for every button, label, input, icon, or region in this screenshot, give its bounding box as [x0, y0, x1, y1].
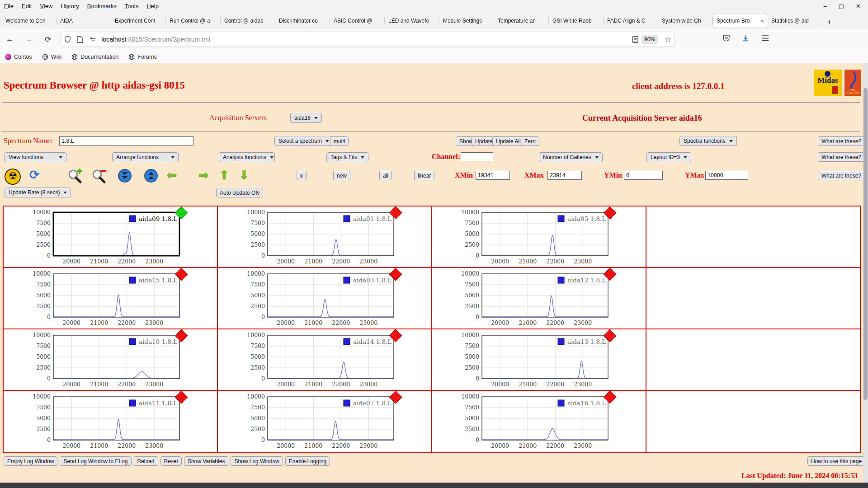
spectrum-cell-aida01[interactable]: 02500500075001000020000210002200023000ai…	[218, 206, 432, 268]
analysis-functions-select[interactable]: Analysis functions	[219, 152, 275, 162]
layout-id-select[interactable]: Layout ID=3	[646, 152, 691, 162]
new-button[interactable]: new	[333, 171, 350, 180]
spectrum-name-input[interactable]	[59, 136, 193, 145]
spectra-functions-select[interactable]: Spectra functions	[679, 136, 737, 146]
scrollbar-thumb[interactable]	[863, 88, 868, 400]
pocket-icon[interactable]	[717, 34, 736, 44]
tab-module-settings[interactable]: Module Settings	[439, 14, 494, 28]
show-variables[interactable]: Show Variables	[184, 456, 229, 466]
spectrum-chart-aida10[interactable]: 02500500075001000020000210002200023000ai…	[4, 329, 217, 390]
tags-fits-select[interactable]: Tags & Fits	[326, 152, 368, 162]
menu-edit[interactable]: Edit	[18, 3, 36, 9]
zoom-in-icon[interactable]	[66, 168, 83, 184]
reload[interactable]: Reload	[134, 456, 158, 466]
auto-update-button[interactable]: Auto Update ON	[216, 188, 263, 197]
arrange-functions-select[interactable]: Arrange functions	[112, 152, 179, 162]
enable-logging[interactable]: Enable Logging	[285, 456, 330, 466]
new-tab-button[interactable]: +	[822, 18, 836, 29]
spectrum-cell-aida11[interactable]: 02500500075001000020000210002200023000ai…	[4, 391, 218, 452]
radiation-icon[interactable]: ☢	[5, 169, 21, 185]
menu-bookmarks[interactable]: Bookmarks	[83, 3, 121, 9]
spectrum-cell-aida16[interactable]: 02500500075001000020000210002200023000ai…	[432, 391, 646, 452]
menu-help[interactable]: Help	[142, 3, 163, 9]
tab-temperature-an[interactable]: Temperature an	[494, 14, 549, 28]
tab-welcome-to-cen[interactable]: Welcome to Cen	[2, 14, 57, 28]
window-close-button[interactable]: ✕	[856, 3, 861, 9]
what-are-these-button-3[interactable]: What are these?	[818, 171, 865, 180]
spectrum-cell-aida10[interactable]: 02500500075001000020000210002200023000ai…	[4, 329, 218, 391]
reset[interactable]: Reset	[160, 456, 182, 466]
bookmark-documentation[interactable]: Documentation	[66, 54, 123, 60]
collapse-down-icon[interactable]	[118, 169, 132, 183]
tab-discriminator-co[interactable]: Discriminator co	[275, 14, 330, 28]
tab-gsi-white-rabb[interactable]: GSI White Rabb	[549, 14, 604, 28]
bookmark-star-icon[interactable]: ☆	[665, 35, 671, 44]
spectrum-chart-aida13[interactable]: 02500500075001000020000210002200023000ai…	[432, 329, 646, 390]
spectrum-cell-aida14[interactable]: 02500500075001000020000210002200023000ai…	[218, 329, 432, 391]
arrow-left-icon[interactable]: ⬅	[164, 168, 180, 182]
spectrum-cell-aida13[interactable]: 02500500075001000020000210002200023000ai…	[432, 329, 646, 391]
menu-tools[interactable]: Tools	[121, 3, 142, 9]
arrow-right-icon[interactable]: ➡	[195, 168, 212, 182]
tab-spectrum-bro[interactable]: Spectrum Bro×	[713, 14, 768, 28]
all-button[interactable]: all	[379, 171, 392, 180]
window-maximize-button[interactable]: ▢	[839, 3, 844, 9]
update-rate-select[interactable]: Update Rate (8 secs)	[5, 188, 71, 197]
spectrum-chart-aida11[interactable]: 02500500075001000020000210002200023000ai…	[4, 391, 217, 451]
menu-view[interactable]: View	[36, 3, 57, 9]
send-log-window-to-elog[interactable]: Send Log Window to ELog	[60, 456, 131, 466]
page-info-icon[interactable]	[77, 36, 83, 43]
number-of-galleries-select[interactable]: Number of Galleries	[539, 152, 603, 162]
spectrum-chart-aida15[interactable]: 02500500075001000020000210002200023000ai…	[4, 268, 217, 328]
tab-system-wide-ch[interactable]: System wide Ch	[658, 14, 713, 28]
back-icon[interactable]: ←	[0, 35, 19, 44]
zero-button[interactable]: Zero	[521, 136, 539, 146]
tab-aida[interactable]: AIDA	[57, 14, 111, 28]
spectrum-cell-aida07[interactable]: 02500500075001000020000210002200023000ai…	[218, 391, 432, 452]
tab-close-icon[interactable]: ×	[760, 18, 764, 24]
ymax-input[interactable]	[705, 171, 748, 180]
spectrum-chart-aida12[interactable]: 02500500075001000020000210002200023000ai…	[432, 268, 646, 328]
window-minimize-button[interactable]: –	[824, 3, 827, 9]
tab-run-control-a[interactable]: Run Control @ a	[166, 14, 221, 28]
channel-input[interactable]	[461, 152, 493, 161]
spectrum-chart-aida05[interactable]: 02500500075001000020000210002200023000ai…	[432, 206, 646, 267]
spectrum-chart-aida03[interactable]: 02500500075001000020000210002200023000ai…	[218, 268, 431, 328]
spectrum-cell-aida15[interactable]: 02500500075001000020000210002200023000ai…	[4, 268, 218, 329]
collapse-up-icon[interactable]	[144, 169, 158, 183]
spectrum-cell-aida03[interactable]: 02500500075001000020000210002200023000ai…	[218, 268, 432, 329]
zoom-level-badge[interactable]: 90%	[642, 35, 658, 44]
zoom-out-icon[interactable]	[90, 168, 107, 184]
tab-statistics-aid[interactable]: Statistics @ aid	[768, 14, 822, 28]
spectrum-cell-aida12[interactable]: 02500500075001000020000210002200023000ai…	[432, 268, 646, 329]
bookmark-forums[interactable]: Forums	[123, 54, 161, 60]
url-text[interactable]: localhost:8015/Spectrum/Spectrum.tml	[101, 36, 629, 43]
spectrum-chart-aida01[interactable]: 02500500075001000020000210002200023000ai…	[218, 206, 431, 267]
reader-mode-icon[interactable]	[632, 36, 638, 43]
hamburger-menu-icon[interactable]	[755, 35, 775, 44]
refresh-icon[interactable]: ⟳	[26, 168, 42, 182]
bookmark-wiki[interactable]: Wiki	[37, 54, 67, 60]
xmax-input[interactable]	[547, 171, 582, 180]
ymin-input[interactable]	[624, 171, 663, 180]
x-axis-button[interactable]: x	[297, 171, 307, 180]
spectrum-chart-aida07[interactable]: 02500500075001000020000210002200023000ai…	[218, 391, 431, 451]
arrow-up-icon[interactable]: ⬆	[216, 168, 232, 182]
page-scrollbar[interactable]	[863, 63, 868, 483]
downloads-icon[interactable]	[736, 34, 755, 44]
tab-led-and-wavefo[interactable]: LED and Wavefo	[385, 14, 439, 28]
spectrum-chart-aida14[interactable]: 02500500075001000020000210002200023000ai…	[218, 329, 431, 390]
what-are-these-button-1[interactable]: What are these?	[818, 136, 865, 146]
menu-file[interactable]: File	[0, 3, 18, 9]
acquisition-server-select[interactable]: aida16	[290, 113, 322, 123]
tab-control-aidas[interactable]: Control @ aidas	[221, 14, 275, 28]
bookmark-centos[interactable]: Centos	[0, 54, 37, 60]
arrow-down-icon[interactable]: ⬇	[236, 168, 252, 182]
spectrum-chart-aida09[interactable]: 02500500075001000020000210002200023000ai…	[4, 206, 217, 267]
shield-icon[interactable]	[64, 36, 71, 43]
connection-icon[interactable]	[90, 37, 96, 42]
show-log-window[interactable]: Show Log Window	[231, 456, 283, 466]
url-bar[interactable]: localhost:8015/Spectrum/Spectrum.tml 90%…	[61, 32, 675, 47]
linear-button[interactable]: linear	[414, 171, 434, 180]
menu-history[interactable]: History	[57, 3, 83, 9]
